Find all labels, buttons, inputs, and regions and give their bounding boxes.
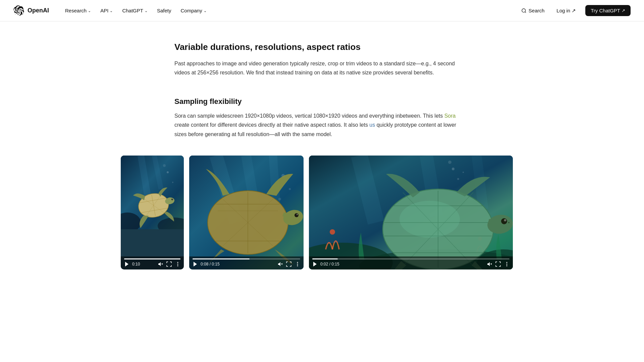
chatgpt-chevron-icon: ⌄ [145,9,148,13]
svg-point-43 [501,218,507,224]
mute-button-2[interactable] [277,261,283,267]
mute-icon-1 [158,261,163,267]
svg-point-10 [172,182,173,183]
svg-marker-27 [194,262,197,266]
svg-point-44 [504,219,506,221]
nav-right: Search Log in ↗ Try ChatGPT ↗ [519,5,631,16]
svg-marker-12 [125,262,128,266]
video-controls-2: 0:08 / 0:15 [189,256,304,269]
more-button-3[interactable] [504,261,509,267]
time-label-2: 0:08 / 0:15 [201,262,220,266]
nav-research[interactable]: Research ⌄ [61,6,95,15]
svg-point-26 [297,214,298,215]
controls-left-1: 0:10 [124,261,140,267]
video-thumbnail-3 [309,156,513,269]
sora-link[interactable]: Sora [444,113,456,119]
mute-icon-3 [487,261,492,267]
svg-point-17 [177,265,178,266]
nav-links: Research ⌄ API ⌄ ChatGPT ⌄ Safety Compan… [61,6,211,15]
svg-point-30 [297,262,298,263]
section2-body: Sora can sample widescreen 1920×1080p vi… [174,111,470,139]
controls-row-3: 0:02 / 0:15 [312,261,509,267]
play-icon-2 [193,261,198,267]
controls-left-2: 0:08 / 0:15 [193,261,220,267]
svg-point-49 [463,172,464,173]
openai-logo-icon [13,5,24,16]
more-icon-3 [504,261,509,267]
time-label-1: 0:10 [132,262,140,266]
controls-right-1 [158,261,180,267]
play-button-2[interactable] [193,261,198,267]
mute-button-1[interactable] [158,261,163,267]
svg-point-32 [297,265,298,266]
mute-button-3[interactable] [487,261,492,267]
main-content: Variable durations, resolutions, aspect … [161,21,483,139]
svg-point-21 [278,198,281,200]
svg-point-48 [448,161,451,164]
svg-point-47 [457,178,459,180]
video-controls-3: 0:02 / 0:15 [309,256,513,269]
fullscreen-button-3[interactable] [495,261,501,267]
nav-company[interactable]: Company ⌄ [176,6,210,15]
svg-point-31 [297,263,298,264]
search-button[interactable]: Search [519,6,547,15]
fullscreen-button-1[interactable] [166,261,172,267]
more-button-2[interactable] [295,261,300,267]
nav-left: OpenAI Research ⌄ API ⌄ ChatGPT ⌄ Safety… [13,5,211,16]
play-icon-1 [124,261,129,267]
section2-title: Sampling flexibility [174,97,470,106]
svg-point-55 [506,265,507,266]
section1-body: Past approaches to image and video gener… [174,59,470,77]
nav-api[interactable]: API ⌄ [96,6,117,15]
svg-point-54 [506,263,507,264]
video-thumbnail-2 [189,156,304,269]
video-card-3[interactable]: 0:02 / 0:15 [309,156,513,269]
nav-chatgpt[interactable]: ChatGPT ⌄ [118,6,152,15]
fullscreen-icon-2 [286,261,291,267]
progress-bar-1[interactable] [124,258,180,259]
logo[interactable]: OpenAI [13,5,49,16]
svg-point-16 [177,263,178,264]
logo-text: OpenAI [28,7,49,14]
video-controls-1: 0:10 [121,256,184,269]
controls-row-1: 0:10 [124,261,180,267]
controls-left-3: 0:02 / 0:15 [312,261,339,267]
controls-right-2 [277,261,300,267]
mute-icon-2 [277,261,283,267]
svg-marker-50 [313,262,317,266]
svg-point-0 [522,9,526,12]
fullscreen-icon-3 [495,261,501,267]
more-icon-1 [175,261,180,267]
video-grid: 0:10 [107,156,537,269]
svg-point-20 [289,188,291,190]
time-label-3: 0:02 / 0:15 [320,262,339,266]
svg-point-15 [177,262,178,263]
progress-bar-3[interactable] [312,258,509,259]
fullscreen-button-2[interactable] [286,261,291,267]
company-chevron-icon: ⌄ [204,9,207,13]
play-button-1[interactable] [124,261,129,267]
variable-durations-section: Variable durations, resolutions, aspect … [174,42,470,77]
play-icon-3 [312,261,318,267]
turtle-scene-1 [121,156,184,229]
svg-point-37 [330,229,335,235]
svg-point-53 [506,262,507,263]
turtle-scene-2 [189,156,304,269]
video-card-1[interactable]: 0:10 [121,156,184,269]
us-link[interactable]: us [369,122,375,128]
controls-right-3 [487,261,509,267]
more-button-1[interactable] [175,261,180,267]
play-button-3[interactable] [312,261,318,267]
controls-row-2: 0:08 / 0:15 [193,261,300,267]
progress-bar-2[interactable] [193,258,300,259]
api-chevron-icon: ⌄ [110,9,113,13]
fullscreen-icon-1 [166,261,172,267]
svg-point-9 [167,171,169,173]
svg-point-46 [452,168,454,170]
login-button[interactable]: Log in ↗ [552,6,580,16]
nav-safety[interactable]: Safety [153,6,175,15]
video-card-2[interactable]: 0:08 / 0:15 [189,156,304,269]
try-chatgpt-button[interactable]: Try ChatGPT ↗ [585,5,631,16]
svg-point-41 [399,201,460,238]
section1-title: Variable durations, resolutions, aspect … [174,42,470,53]
